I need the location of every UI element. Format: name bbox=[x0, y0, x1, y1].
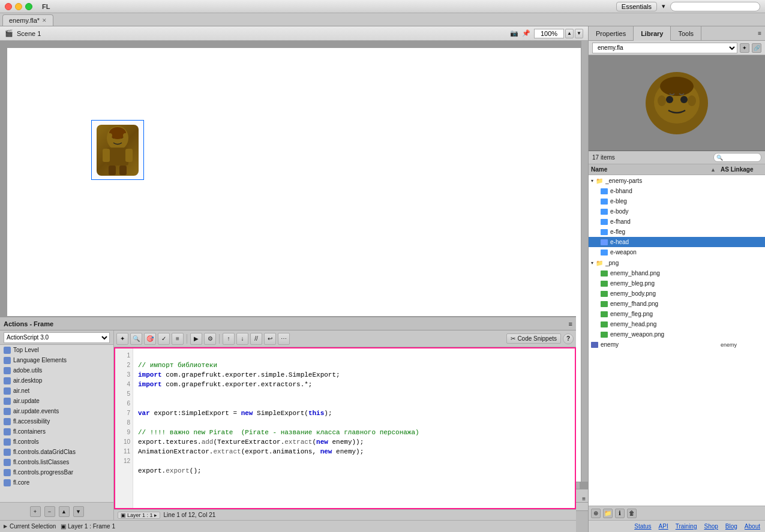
link-btn[interactable]: 🔗 bbox=[752, 43, 761, 53]
check-btn[interactable]: ✓ bbox=[158, 333, 170, 345]
panel-options-btn[interactable]: ≡ bbox=[569, 320, 572, 327]
library-filename-select[interactable]: enemy.fla bbox=[592, 43, 737, 53]
nav-item[interactable]: air.update.events bbox=[0, 406, 113, 416]
nav-item[interactable]: Top Level bbox=[0, 345, 113, 355]
folder-png[interactable]: ▾ 📁 _png bbox=[589, 257, 765, 268]
footer-status-link[interactable]: Status bbox=[634, 523, 651, 530]
list-item-head[interactable]: e-head bbox=[589, 237, 765, 247]
comment-btn[interactable]: // bbox=[250, 333, 262, 345]
new-symbol-footer-btn[interactable]: ⊕ bbox=[591, 509, 601, 518]
code-line-3: import com.grapefrukt.exporter.extractor… bbox=[138, 381, 312, 388]
file-tab[interactable]: enemy.fla* ✕ bbox=[2, 14, 53, 26]
collapse-btn[interactable]: ↑ bbox=[223, 333, 235, 345]
tab-library[interactable]: Library bbox=[634, 26, 671, 41]
nav-delete-btn[interactable]: − bbox=[44, 506, 55, 517]
code-editor[interactable]: // импорт библиотеки import com.grapefru… bbox=[133, 348, 575, 508]
list-item-enemy[interactable]: enemy enemy bbox=[589, 339, 765, 350]
nav-item-icon bbox=[4, 408, 11, 415]
list-item[interactable]: e-fleg bbox=[589, 227, 765, 237]
minimize-button[interactable] bbox=[15, 3, 22, 10]
tab-properties[interactable]: Properties bbox=[589, 26, 634, 41]
help-btn[interactable]: ? bbox=[563, 333, 574, 344]
library-panel: enemy.fla ✦ 🔗 bbox=[589, 41, 765, 532]
footer-links: Status API Training Shop Blog About bbox=[589, 520, 765, 532]
list-item[interactable]: enemy_fhand.png bbox=[589, 299, 765, 309]
folder-enemy-parts[interactable]: ▾ 📁 _enemy-parts bbox=[589, 175, 765, 186]
timeline-panel-options[interactable]: ≡ bbox=[580, 495, 588, 502]
character-sprite[interactable] bbox=[91, 120, 144, 180]
list-item[interactable]: e-bleg bbox=[589, 196, 765, 206]
format-btn[interactable]: ≡ bbox=[172, 333, 184, 345]
library-search[interactable] bbox=[713, 153, 761, 162]
wrap-btn[interactable]: ↩ bbox=[264, 333, 276, 345]
list-item[interactable]: e-body bbox=[589, 206, 765, 217]
nav-item[interactable]: fl.controls.listClasses bbox=[0, 457, 113, 467]
nav-item-icon bbox=[4, 398, 11, 405]
find-btn[interactable]: 🔍 bbox=[130, 333, 142, 345]
footer-api-link[interactable]: API bbox=[659, 523, 668, 530]
debug-btn[interactable]: ▶ bbox=[190, 333, 202, 345]
nav-item[interactable]: fl.accessibility bbox=[0, 416, 113, 426]
nav-item-icon bbox=[4, 459, 11, 466]
list-item[interactable]: enemy_fleg.png bbox=[589, 309, 765, 319]
snippets-btn[interactable]: ✂ Code Snippets bbox=[506, 333, 561, 344]
nav-item[interactable]: fl.controls.dataGridClas bbox=[0, 447, 113, 457]
bottom-panel: Actions - Frame ≡ ActionScript 3.0 Top L… bbox=[0, 316, 576, 532]
target-btn[interactable]: 🎯 bbox=[144, 333, 156, 345]
sort-arrow-icon: ▲ bbox=[710, 167, 716, 173]
code-area: 1 2 3 4 5 6 7 8 9 10 11 12 // импорт биб… bbox=[114, 347, 576, 509]
tab-close-icon[interactable]: ✕ bbox=[42, 17, 47, 23]
language-select[interactable]: ActionScript 3.0 bbox=[4, 332, 110, 343]
tab-tools[interactable]: Tools bbox=[671, 26, 701, 41]
line-num-11: 11 bbox=[124, 447, 130, 456]
options-btn[interactable]: ⚙ bbox=[204, 333, 216, 345]
nav-item[interactable]: fl.containers bbox=[0, 426, 113, 437]
add-item-btn[interactable]: ✦ bbox=[116, 333, 128, 345]
zoom-down-arrow[interactable]: ▼ bbox=[575, 29, 583, 38]
search-input[interactable] bbox=[670, 2, 760, 11]
list-item[interactable]: e-bhand bbox=[589, 186, 765, 196]
footer-shop-link[interactable]: Shop bbox=[704, 523, 718, 530]
svg-rect-2 bbox=[103, 149, 110, 162]
vertical-scrollbar[interactable] bbox=[581, 41, 588, 482]
nav-item[interactable]: Language Elements bbox=[0, 355, 113, 365]
expand-triangle[interactable]: ▶ bbox=[4, 524, 7, 529]
footer-training-link[interactable]: Training bbox=[676, 523, 697, 530]
list-item[interactable]: e-fhand bbox=[589, 217, 765, 227]
more-btn[interactable]: ⋯ bbox=[278, 333, 290, 345]
footer-blog-link[interactable]: Blog bbox=[725, 523, 737, 530]
maximize-button[interactable] bbox=[25, 3, 32, 10]
scene-icon: 🎬 bbox=[5, 29, 13, 37]
nav-add-btn[interactable]: + bbox=[30, 506, 41, 517]
nav-item-icon bbox=[4, 428, 11, 435]
new-folder-btn[interactable]: 📁 bbox=[603, 509, 613, 518]
properties-btn[interactable]: ℹ bbox=[615, 509, 625, 518]
nav-item[interactable]: air.net bbox=[0, 386, 113, 396]
nav-move-up-btn[interactable]: ▲ bbox=[59, 506, 70, 517]
line-num-1: 1 bbox=[127, 351, 130, 360]
list-item[interactable]: enemy_head.png bbox=[589, 319, 765, 329]
close-button[interactable] bbox=[5, 3, 12, 10]
nav-item[interactable]: air.update bbox=[0, 396, 113, 406]
sprite-image bbox=[97, 125, 139, 176]
list-item[interactable]: enemy_bleg.png bbox=[589, 278, 765, 288]
delete-item-btn[interactable]: 🗑 bbox=[627, 509, 637, 518]
zoom-input[interactable] bbox=[534, 29, 564, 38]
nav-move-down-btn[interactable]: ▼ bbox=[73, 506, 84, 517]
expand-btn[interactable]: ↓ bbox=[236, 333, 248, 345]
list-item[interactable]: enemy_body.png bbox=[589, 288, 765, 299]
nav-item[interactable]: adobe.utils bbox=[0, 365, 113, 375]
list-item[interactable]: e-weapon bbox=[589, 247, 765, 257]
nav-item[interactable]: fl.controls.progressBar bbox=[0, 467, 113, 477]
zoom-control: ▲ ▼ bbox=[534, 29, 583, 38]
nav-item[interactable]: fl.core bbox=[0, 477, 113, 488]
nav-item[interactable]: air.desktop bbox=[0, 375, 113, 386]
new-symbol-btn[interactable]: ✦ bbox=[740, 43, 749, 53]
list-item[interactable]: enemy_bhand.png bbox=[589, 268, 765, 278]
essentials-button[interactable]: Essentials bbox=[616, 2, 657, 11]
nav-item[interactable]: fl.controls bbox=[0, 437, 113, 447]
footer-about-link[interactable]: About bbox=[745, 523, 760, 530]
list-item[interactable]: enemy_weapon.png bbox=[589, 329, 765, 339]
zoom-up-arrow[interactable]: ▲ bbox=[565, 29, 574, 38]
panel-collapse-btn[interactable]: ≡ bbox=[754, 30, 765, 37]
